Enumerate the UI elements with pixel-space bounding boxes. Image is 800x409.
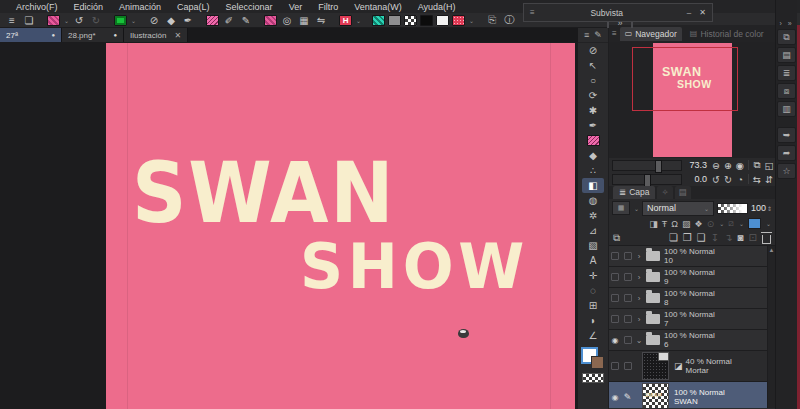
layer-list-scrollbar[interactable]: ▲ [767,246,775,408]
opacity-slider[interactable] [717,203,748,214]
menu-ayudah[interactable]: Ayuda(H) [410,2,464,12]
dotted-red-swatch[interactable] [452,15,465,26]
ellipse-tool[interactable]: ○ [582,73,604,88]
gray-swatch[interactable] [388,15,401,26]
flip-horizontal-button[interactable]: ⇆ [751,173,763,185]
undo-button[interactable]: ↺ [72,14,86,26]
menu-filtro[interactable]: Filtro [310,2,346,12]
layer-property-panel-icon[interactable]: ▥ [777,101,796,117]
polyline-tool[interactable]: ⊿ [582,223,604,238]
visibility-checkbox[interactable] [611,362,619,370]
zoom-button[interactable]: ⊘ [147,14,161,26]
info-button[interactable]: ⓘ [502,14,516,26]
panel-menu-icon[interactable]: ≡ [612,29,617,38]
subvista-window[interactable]: ≡ Subvista – ✕ [523,3,713,22]
enable-mask-icon[interactable]: ❖ [695,219,703,229]
layer-search-panel-icon[interactable]: ⧈ [777,83,796,99]
file-panel-button[interactable]: ⎘ [485,14,499,26]
brush-tool[interactable] [582,133,604,148]
tool-palette-menu-icon[interactable]: ≡ [584,30,589,40]
layer-name[interactable]: 7 [664,319,715,328]
layer-checkbox[interactable] [624,273,632,281]
pattern-swatch-magenta[interactable] [264,15,277,26]
layer-thumbnail[interactable]: SWAN [642,383,669,408]
layer-name[interactable]: 6 [664,340,715,349]
mask-icon[interactable]: ◪ [674,361,683,371]
menu-seleccionar[interactable]: Seleccionar [218,2,281,12]
scroll-up-icon[interactable]: ▲ [768,247,775,253]
pattern-swatch-pink[interactable] [47,15,60,26]
zoom-in-button[interactable]: ⊕ [722,159,734,171]
grid-button[interactable]: ▦ [297,14,311,26]
palette-color-dropdown[interactable]: ▦ [612,201,630,215]
correct-line-tool[interactable]: ∠ [582,328,604,343]
dock-overflow-chevrons[interactable]: › » [776,20,797,27]
white-swatch[interactable] [436,15,449,26]
tab-capa[interactable]: ≣ Capa [613,186,655,199]
material-download-panel-icon[interactable]: ➦ [777,145,796,161]
blend-tool[interactable]: ∴ [582,163,604,178]
tab-layer-property[interactable]: ▤ [675,186,691,199]
layer-color-chip[interactable] [748,218,761,229]
frame-tool[interactable]: ⊞ [582,298,604,313]
eraser-button[interactable]: ◆ [164,14,178,26]
layer-panel-icon[interactable]: ≣ [777,65,796,81]
menu-archivof[interactable]: Archivo(F) [8,2,66,12]
layer-row-9[interactable]: ›100 % Normal9 [609,267,775,288]
rotation-slider[interactable] [612,174,682,185]
merge-down-button[interactable]: ↴ [724,232,732,243]
eraser-tool[interactable]: ◆ [582,148,604,163]
opacity-spinner[interactable]: ⇕ [767,205,772,212]
chevron-down-icon[interactable]: ⌄ [64,17,69,24]
transparent-color-swatch[interactable] [582,373,604,383]
navigator-preview[interactable]: SWAN SHOW [609,42,775,158]
ruler-range-icon[interactable]: ⧄ [728,218,734,229]
eyedropper-button[interactable]: ✒ [181,14,195,26]
teal-pattern-swatch[interactable] [372,15,385,26]
document-tab-ilustracin[interactable]: Ilustración✕ [124,28,188,42]
figure-tool[interactable]: ✲ [582,208,604,223]
layer-row-8[interactable]: ›100 % Normal8 [609,288,775,309]
canvas[interactable]: SWAN SHOW [106,43,575,409]
tab-historial-de-color[interactable]: ▤ Historial de color [685,27,769,41]
black-swatch[interactable] [420,15,433,26]
new-vector-layer-button[interactable]: ❐ [683,232,692,243]
chevron-down-icon[interactable]: ⌄ [356,17,361,24]
fit-to-window-button[interactable]: ◉ [734,159,746,171]
create-mask-button[interactable]: ◙ [738,232,744,243]
pen-b-button[interactable]: ✎ [239,14,253,26]
visibility-eye-icon[interactable]: ◉ [612,336,619,345]
visibility-checkbox[interactable] [611,252,619,260]
chevron-down-icon[interactable]: ⌄ [766,220,771,227]
layer-row-swan[interactable]: ◉✎SWAN100 % NormalSWAN [609,382,775,408]
document-tab-28png[interactable]: 28.png*● [62,28,124,42]
actual-pixels-button[interactable]: ⧉ [751,159,763,171]
expand-arrow-icon[interactable]: › [634,315,644,324]
lock-layer-icon[interactable]: Ω [671,219,678,229]
concentric-button[interactable]: ◎ [280,14,294,26]
layer-checkbox[interactable] [624,294,632,302]
subvista-minimize-button[interactable]: – [687,8,691,17]
close-tab-icon[interactable]: ✕ [174,31,181,40]
menu-edicin[interactable]: Edición [66,2,112,12]
menu-capal[interactable]: Capa(L) [169,2,218,12]
layer-checkbox[interactable] [624,336,632,344]
subvista-close-button[interactable]: ✕ [699,8,706,17]
navigator-view-rectangle[interactable] [632,47,738,111]
visibility-eye-icon[interactable]: ◉ [612,393,619,402]
reference-layer-icon[interactable]: ⊙ [707,219,715,229]
layer-checkbox[interactable] [624,315,632,323]
visibility-checkbox[interactable] [611,273,619,281]
zoom-tool[interactable]: ⊘ [582,43,604,58]
chevron-down-icon[interactable]: ⌄ [719,220,724,227]
move-layer-tool[interactable]: ✛ [582,268,604,283]
layer-row-mortar[interactable]: ◪40 % NormalMortar [609,351,775,382]
layer-name[interactable]: 10 [664,256,715,265]
fill-tool[interactable]: ◧ [582,178,604,193]
text-tool[interactable]: A [582,253,604,268]
gradient-sphere-tool[interactable]: ◍ [582,193,604,208]
favorites-panel-icon[interactable]: ☆ [777,163,796,179]
redo-button[interactable]: ↻ [89,14,103,26]
layer-view-icon[interactable]: ⧉ [613,232,620,244]
flip-vertical-button[interactable]: ⇵ [763,173,775,185]
